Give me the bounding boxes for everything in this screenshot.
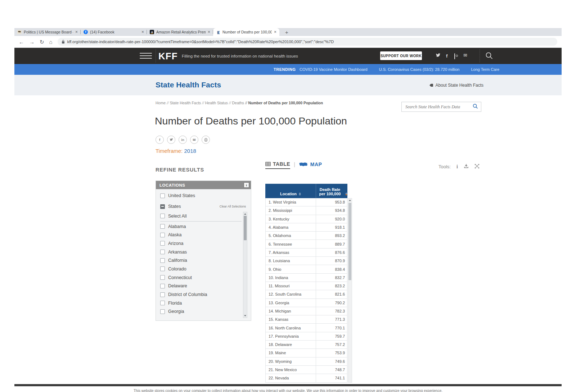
- state-option[interactable]: Florida: [160, 299, 242, 307]
- state-option[interactable]: California: [160, 256, 242, 265]
- states-group[interactable]: States Clear All Selections: [160, 204, 246, 209]
- table-row[interactable]: 12. South Carolina 821.6: [265, 290, 347, 298]
- sort-desc-icon[interactable]: [345, 192, 347, 196]
- support-our-work-button[interactable]: SUPPORT OUR WORK: [380, 51, 422, 60]
- state-option[interactable]: Connecticut: [160, 273, 242, 282]
- table-row[interactable]: 3. Kentucky 920.0: [265, 215, 347, 223]
- united-states-option[interactable]: United States: [160, 193, 195, 198]
- trending-link[interactable]: U.S. Coronavirus Cases (03/2): 28.720 mi…: [379, 67, 460, 72]
- email-icon[interactable]: ✉: [463, 53, 467, 58]
- table-row[interactable]: 16. North Carolina 770.1: [265, 324, 347, 332]
- table-row[interactable]: 9. Ohio 838.4: [265, 265, 347, 273]
- table-row[interactable]: 17. Pennsylvania 759.7: [265, 332, 347, 341]
- state-option[interactable]: Arkansas: [160, 248, 242, 256]
- facebook-icon[interactable]: f: [446, 53, 447, 59]
- new-tab-button[interactable]: +: [283, 29, 291, 36]
- locations-panel-header[interactable]: LOCATIONS i: [156, 181, 251, 189]
- checkbox-icon[interactable]: [160, 250, 165, 254]
- state-option[interactable]: Delaware: [160, 282, 242, 291]
- table-row[interactable]: 2. Mississippi 934.8: [265, 206, 347, 215]
- tab-politics[interactable]: Politics | US Message Board - Pol ×: [14, 28, 81, 36]
- table-row[interactable]: 8. Louisiana 870.9: [265, 257, 347, 265]
- scroll-down-icon[interactable]: [244, 315, 246, 316]
- info-icon[interactable]: i: [244, 182, 249, 188]
- state-option[interactable]: Alabama: [160, 222, 242, 231]
- table-row[interactable]: 1. West Virginia 953.8: [265, 198, 347, 206]
- state-option[interactable]: District of Columbia: [160, 290, 242, 299]
- trending-link[interactable]: Long Term Care: [471, 67, 499, 72]
- linkedin-share-icon[interactable]: in: [179, 136, 187, 144]
- timeframe-value[interactable]: 2018: [184, 148, 196, 154]
- site-title[interactable]: State Health Facts: [156, 81, 221, 89]
- checkbox-icon[interactable]: [160, 301, 165, 305]
- tab-kff-active[interactable]: |(( Number of Deaths per 100,000 P ×: [213, 28, 279, 36]
- reload-icon[interactable]: ↻: [40, 39, 44, 45]
- table-row[interactable]: 4. Alabama 918.1: [265, 223, 347, 232]
- scroll-up-icon[interactable]: [244, 213, 246, 215]
- close-icon[interactable]: ×: [75, 30, 78, 34]
- site-search[interactable]: [401, 102, 481, 112]
- download-icon[interactable]: [464, 164, 469, 170]
- breadcrumb-item[interactable]: Deaths: [229, 101, 244, 105]
- facebook-share-icon[interactable]: f: [156, 136, 164, 144]
- table-row[interactable]: 7. Arkansas 876.6: [265, 249, 347, 257]
- checkbox-icon[interactable]: [160, 233, 165, 237]
- state-option[interactable]: Arizona: [160, 239, 242, 248]
- column-header-death-rate[interactable]: Death Rate per 100,000: [316, 184, 347, 198]
- print-icon[interactable]: [202, 136, 210, 144]
- tab-facebook[interactable]: f (14) Facebook ×: [81, 28, 147, 36]
- checkbox-icon[interactable]: [160, 275, 165, 280]
- menu-icon[interactable]: [140, 53, 152, 60]
- table-row[interactable]: 14. Michigan 782.3: [265, 307, 347, 315]
- tab-table[interactable]: TABLE: [265, 161, 290, 169]
- tab-amazon[interactable]: a Amazon Retail Analytics Premiu ×: [147, 28, 213, 36]
- table-row[interactable]: 13. Georgia 790.2: [265, 299, 347, 307]
- state-option[interactable]: Alaska: [160, 231, 242, 239]
- state-option[interactable]: Colorado: [160, 265, 242, 273]
- tab-map[interactable]: MAP: [299, 161, 322, 169]
- scroll-up-icon[interactable]: [349, 200, 351, 201]
- trending-link[interactable]: COVID-19 Vaccine Monitor Dashboard: [300, 67, 368, 72]
- close-icon[interactable]: ×: [141, 30, 144, 34]
- fullscreen-icon[interactable]: [474, 164, 480, 170]
- back-icon[interactable]: ←: [19, 39, 24, 45]
- table-scrollbar[interactable]: [348, 198, 352, 383]
- checkbox-icon[interactable]: [160, 258, 165, 263]
- table-row[interactable]: 15. Kansas 771.3: [265, 315, 347, 324]
- checkbox-icon[interactable]: [160, 284, 165, 288]
- table-row[interactable]: 6. Tennessee 889.7: [265, 240, 347, 248]
- checkbox-icon[interactable]: [160, 266, 165, 271]
- breadcrumb-item[interactable]: State Health Facts: [167, 101, 201, 105]
- search-input[interactable]: [402, 104, 473, 110]
- home-icon[interactable]: ⌂: [49, 39, 53, 45]
- checkbox-icon[interactable]: [160, 224, 165, 229]
- about-link[interactable]: About State Health Facts: [429, 83, 483, 88]
- breadcrumb-item[interactable]: Health Status: [202, 101, 228, 105]
- kff-logo[interactable]: KFF: [158, 51, 178, 62]
- sort-icon[interactable]: [299, 192, 301, 196]
- checkbox-mixed-icon[interactable]: [160, 204, 165, 209]
- tools-info-icon[interactable]: i: [456, 164, 458, 170]
- table-row[interactable]: 18. Delaware 757.2: [265, 341, 347, 349]
- instagram-icon[interactable]: [454, 54, 455, 59]
- table-row[interactable]: 21. New Mexico 748.7: [265, 366, 347, 374]
- scrollbar-thumb[interactable]: [244, 216, 247, 240]
- forward-icon[interactable]: →: [29, 39, 35, 45]
- breadcrumb-item[interactable]: Number of Deaths per 100,000 Population: [245, 101, 323, 105]
- search-icon[interactable]: [485, 52, 493, 60]
- table-row[interactable]: 11. Missouri 823.2: [265, 282, 347, 290]
- clear-all-selections-link[interactable]: Clear All Selections: [220, 205, 246, 208]
- table-row[interactable]: 5. Oklahoma 893.2: [265, 232, 347, 240]
- close-icon[interactable]: ×: [208, 30, 210, 34]
- checkbox-icon[interactable]: [160, 292, 165, 297]
- email-share-icon[interactable]: ✉: [190, 136, 198, 144]
- table-row[interactable]: 19. Maine 753.9: [265, 349, 347, 357]
- select-all-option[interactable]: Select All: [160, 212, 242, 220]
- table-row[interactable]: 20. Wyoming 749.6: [265, 357, 347, 366]
- close-icon[interactable]: ×: [274, 30, 276, 34]
- table-row[interactable]: 10. Indiana 832.7: [265, 274, 347, 282]
- column-header-location[interactable]: Location: [265, 184, 316, 198]
- twitter-icon[interactable]: [436, 53, 441, 59]
- breadcrumb-item[interactable]: Home: [156, 101, 166, 105]
- table-row[interactable]: 22. Nevada 741.1: [265, 374, 347, 382]
